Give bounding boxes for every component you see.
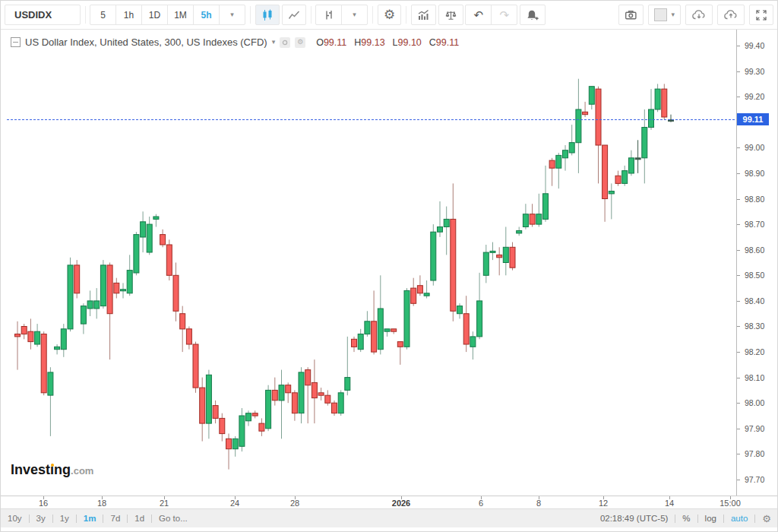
interval-group: 5 1h 1D 1M 5h ▾	[90, 5, 245, 25]
price-tick-mark	[737, 275, 740, 276]
divider	[754, 515, 755, 523]
legend-title: US Dollar Index, United States, 300, US …	[25, 36, 267, 48]
area-style-button[interactable]	[282, 5, 306, 25]
chevron-down-icon: ▾	[230, 11, 234, 18]
interval-5[interactable]: 5	[90, 5, 116, 25]
price-tick-mark	[737, 326, 740, 327]
price-tick-mark	[737, 403, 740, 404]
divider	[723, 515, 724, 523]
bar-style-settings-button[interactable]	[315, 5, 342, 25]
price-tick-label: 99.20	[745, 92, 764, 101]
add-alert-button[interactable]	[520, 5, 546, 25]
time-tick-label: 8	[536, 499, 541, 508]
gear-icon: ⚙	[384, 8, 395, 21]
high-value: H99.13	[354, 37, 384, 48]
cloud-download-icon	[691, 9, 707, 21]
interval-1h[interactable]: 1h	[115, 5, 142, 25]
range-10y-button[interactable]: 10y	[1, 514, 29, 523]
chart-properties-button[interactable]: ⚙	[378, 5, 401, 25]
logo-orange-dot-icon	[51, 464, 54, 467]
chart-legend[interactable]: US Dollar Index, United States, 300, US …	[11, 36, 459, 48]
candlestick-series[interactable]	[1, 29, 736, 496]
axis-settings-gear-icon[interactable]: ⚙	[762, 514, 771, 524]
bar-style-dropdown-button[interactable]: ▾	[341, 5, 368, 25]
toggle-visibility-icon[interactable]	[280, 37, 290, 48]
redo-button[interactable]: ↷	[491, 5, 517, 25]
snapshot-button[interactable]	[618, 5, 644, 25]
range-1m-button[interactable]: 1m	[77, 514, 103, 523]
toolbar-divider	[311, 6, 312, 24]
interval-label: 5	[100, 10, 106, 21]
price-tick-mark	[737, 352, 740, 353]
interval-label: 5h	[201, 10, 211, 21]
range-1y-button[interactable]: 1y	[53, 514, 76, 523]
open-value: O99.11	[316, 37, 346, 48]
save-chart-button[interactable]	[717, 5, 745, 25]
price-tick-mark	[737, 301, 740, 302]
logo-i: ı	[50, 462, 54, 478]
range-3y-button[interactable]: 3y	[30, 514, 52, 523]
range-7d-button[interactable]: 7d	[103, 514, 127, 523]
chevron-down-icon[interactable]: ▾	[272, 39, 276, 46]
price-tick-mark	[737, 173, 740, 174]
undo-arrow-icon: ↶	[473, 9, 483, 21]
goto-button[interactable]: Go to...	[152, 514, 194, 523]
color-swatch-icon	[654, 8, 667, 21]
low-value: L99.10	[393, 37, 422, 48]
cloud-upload-icon	[723, 9, 738, 21]
log-scale-button[interactable]: log	[705, 514, 716, 523]
time-tick-label: 21	[160, 499, 169, 508]
interval-1m[interactable]: 1M	[167, 5, 194, 25]
logo-text: Invest	[11, 462, 50, 478]
camera-icon	[625, 9, 637, 21]
last-price-tag: 99.11	[737, 113, 769, 125]
redo-arrow-icon: ↷	[499, 9, 509, 21]
price-tick-mark	[737, 454, 740, 454]
interval-dropdown-button[interactable]: ▾	[219, 5, 245, 25]
interval-label: 1M	[174, 10, 187, 21]
time-tick-label: 24	[230, 499, 239, 508]
price-tick-label: 99.00	[745, 143, 764, 152]
load-chart-button[interactable]	[685, 5, 713, 25]
indicators-button[interactable]	[411, 5, 436, 25]
time-tick-label: 2026	[392, 499, 410, 508]
logo-tld: .com	[71, 465, 93, 477]
percent-scale-button[interactable]: %	[682, 514, 690, 523]
interval-5h[interactable]: 5h	[193, 5, 220, 25]
undo-button[interactable]: ↶	[465, 5, 492, 25]
clock-label[interactable]: 02:18:49 (UTC-5)	[600, 514, 668, 523]
interval-label: 1D	[149, 10, 160, 21]
toolbar-divider	[406, 6, 406, 24]
bottom-right-cluster: 02:18:49 (UTC-5) % log auto ⚙	[600, 514, 778, 524]
candlestick-icon	[261, 9, 274, 21]
chevron-down-icon: ▾	[353, 11, 356, 18]
time-tick-label: 15:00	[719, 499, 741, 508]
price-tick-label: 98.90	[745, 169, 764, 178]
chart-background-button[interactable]: ▾	[648, 5, 681, 25]
interval-1d[interactable]: 1D	[141, 5, 168, 25]
time-axis[interactable]: 1618212428202668121415:00	[1, 496, 778, 509]
time-tick-label: 16	[39, 499, 48, 508]
time-tick-label: 14	[665, 499, 674, 508]
bell-plus-icon	[526, 9, 539, 21]
price-tick-label: 97.80	[745, 449, 764, 458]
chart-canvas[interactable]: US Dollar Index, United States, 300, US …	[1, 29, 736, 496]
collapse-legend-icon[interactable]	[11, 37, 21, 47]
chart-widget: USDIDX 5 1h 1D 1M 5h ▾ ▾ ⚙	[0, 0, 778, 532]
range-1d-button[interactable]: 1d	[128, 514, 151, 523]
price-tick-label: 98.40	[745, 296, 764, 306]
fullscreen-button[interactable]	[749, 5, 773, 25]
scales-icon	[444, 9, 457, 21]
price-tick-mark	[737, 224, 740, 225]
price-tick-label: 97.90	[745, 424, 764, 433]
auto-scale-button[interactable]: auto	[731, 514, 748, 523]
price-tick-mark	[737, 480, 740, 480]
price-axis[interactable]: 99.4099.3099.2099.0098.9098.8098.7098.60…	[736, 29, 778, 496]
symbol-button[interactable]: USDIDX	[5, 5, 81, 25]
series-settings-icon[interactable]: ⚙	[295, 37, 305, 48]
compare-button[interactable]	[438, 5, 463, 25]
price-tick-label: 99.30	[745, 67, 764, 76]
candlestick-style-button[interactable]	[255, 5, 280, 25]
divider	[675, 515, 675, 523]
price-tick-mark	[737, 97, 740, 97]
